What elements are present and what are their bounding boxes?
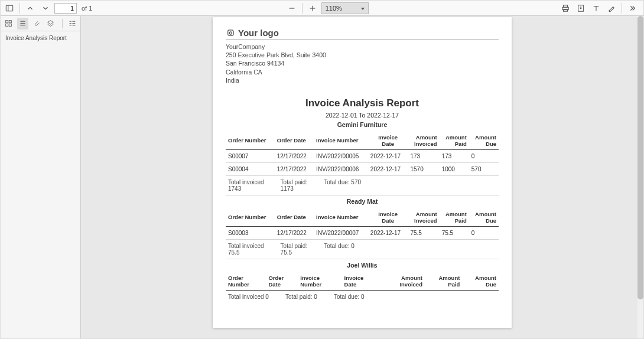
svg-rect-14: [9, 21, 12, 23]
attachments-view-button[interactable]: [31, 18, 43, 30]
col-invoice-number: Invoice Number: [298, 272, 341, 291]
page-down-button[interactable]: [39, 2, 52, 14]
col-order-number: Order Number: [226, 132, 275, 150]
cell-amount-due: 0: [469, 226, 499, 239]
totals-row: Total invoiced1743 Total paid:1173 Total…: [226, 176, 499, 195]
cell-invoice-number: INV/2022/00005: [314, 149, 368, 162]
scrollbar-track[interactable]: [638, 16, 643, 339]
col-order-number: Order Number: [226, 208, 275, 227]
invoice-table: Order Number Order Date Invoice Number I…: [226, 132, 499, 176]
company-country: India: [226, 76, 499, 84]
tools-menu-button[interactable]: [626, 2, 639, 14]
svg-line-12: [609, 11, 610, 12]
col-invoice-number: Invoice Number: [314, 132, 368, 150]
cell-invoice-date: 2022-12-17: [368, 226, 408, 239]
zoom-out-button[interactable]: [285, 2, 298, 14]
company-info: YourCompany 250 Executive Park Blvd, Sui…: [226, 43, 499, 84]
col-invoice-date: Invoice Date: [342, 272, 378, 291]
invoice-table: Order Number Order Date Invoice Number I…: [226, 208, 499, 240]
cell-amount-due: 0: [469, 149, 499, 162]
zoom-select[interactable]: 110%: [321, 2, 369, 14]
sidebar-toolbar: [1, 16, 80, 31]
totals-row: Total invoiced 0 Total paid: 0 Total due…: [226, 291, 499, 303]
col-amount-due: Amount Due: [462, 272, 499, 291]
partner-name: Gemini Furniture: [226, 121, 499, 128]
svg-point-27: [229, 32, 232, 34]
pdf-sidebar: Invoice Analysis Report: [1, 16, 81, 339]
col-amount-paid: AmountPaid: [440, 208, 469, 227]
outline-view-button[interactable]: [17, 18, 29, 30]
report-title: Invoice Analysis Report: [226, 97, 499, 109]
col-amount-paid: Amount Paid: [425, 272, 462, 291]
outline-item[interactable]: Invoice Analysis Report: [1, 31, 80, 45]
table-row: S00007 12/17/2022 INV/2022/00005 2022-12…: [226, 149, 499, 162]
cell-amount-due: 570: [469, 162, 499, 175]
sidebar-toggle-button[interactable]: [3, 2, 16, 14]
cell-invoice-number: INV/2022/00006: [314, 162, 368, 175]
cell-invoice-date: 2022-12-17: [368, 162, 408, 175]
draw-button[interactable]: [605, 2, 618, 14]
separator: [19, 3, 20, 14]
pdf-toolbar: of 1 110%: [1, 1, 643, 16]
separator: [62, 19, 63, 28]
col-amount-paid: AmountPaid: [440, 132, 469, 150]
partner-section: Gemini Furniture Order Number Order Date…: [226, 121, 499, 195]
cell-amount-paid: 173: [440, 149, 469, 162]
separator: [302, 3, 303, 14]
svg-rect-15: [6, 24, 8, 26]
company-state: California CA: [226, 68, 499, 76]
separator: [622, 3, 622, 14]
col-amount-invoiced: AmountInvoiced: [408, 208, 439, 227]
partner-section: Joel Willis Order Number Order Date Invo…: [226, 262, 499, 303]
date-range: 2022-12-01 To 2022-12-17: [226, 112, 499, 119]
col-order-date: Order Date: [275, 132, 314, 150]
download-button[interactable]: [574, 2, 587, 14]
col-amount-invoiced: Amount Invoiced: [378, 272, 425, 291]
thumbnails-view-button[interactable]: [3, 18, 15, 30]
cell-amount-paid: 75.5: [440, 226, 469, 239]
col-order-number: Order Number: [226, 272, 266, 291]
page-number-input[interactable]: [54, 3, 77, 14]
partner-section: Ready Mat Order Number Order Date Invoic…: [226, 198, 499, 259]
partner-name: Ready Mat: [226, 198, 499, 205]
col-order-date: Order Date: [275, 208, 314, 227]
zoom-in-button[interactable]: [306, 2, 319, 14]
svg-rect-16: [9, 24, 12, 26]
col-amount-invoiced: AmountInvoiced: [408, 132, 439, 150]
invoice-table: Order Number Order Date Invoice Number I…: [226, 272, 499, 291]
pdf-viewer[interactable]: Your logo YourCompany 250 Executive Park…: [81, 16, 643, 339]
col-order-date: Order Date: [266, 272, 298, 291]
cell-amount-invoiced: 75.5: [408, 226, 439, 239]
cell-order-date: 12/17/2022: [275, 149, 314, 162]
company-city: San Francisco 94134: [226, 59, 499, 67]
logo-area: Your logo: [226, 28, 499, 40]
print-button[interactable]: [559, 2, 572, 14]
layers-view-button[interactable]: [45, 18, 57, 30]
svg-rect-13: [6, 21, 8, 23]
company-street: 250 Executive Park Blvd, Suite 3400: [226, 51, 499, 59]
cell-amount-invoiced: 1570: [408, 162, 439, 175]
svg-marker-20: [48, 21, 54, 25]
cell-order-number: S00003: [226, 226, 275, 239]
page-total-label: of 1: [79, 5, 95, 12]
col-invoice-date: InvoiceDate: [368, 132, 408, 150]
partner-name: Joel Willis: [226, 262, 499, 269]
cell-order-date: 12/17/2022: [275, 226, 314, 239]
cell-amount-paid: 1000: [440, 162, 469, 175]
col-invoice-date: InvoiceDate: [368, 208, 408, 227]
cell-order-number: S00007: [226, 149, 275, 162]
page-up-button[interactable]: [24, 2, 37, 14]
cell-order-number: S00004: [226, 162, 275, 175]
text-select-button[interactable]: [590, 2, 603, 14]
zoom-value: 110%: [326, 5, 342, 12]
col-amount-due: AmountDue: [469, 208, 499, 227]
cell-amount-invoiced: 173: [408, 149, 439, 162]
svg-rect-7: [564, 9, 568, 11]
scrollbar-thumb[interactable]: [638, 16, 643, 299]
outline-toggle-button[interactable]: [66, 18, 78, 30]
logo-text: Your logo: [238, 28, 279, 38]
col-invoice-number: Invoice Number: [314, 208, 368, 227]
totals-row: Total invoiced75.5 Total paid:75.5 Total…: [226, 240, 499, 259]
col-amount-due: AmountDue: [469, 132, 499, 150]
pdf-page: Your logo YourCompany 250 Executive Park…: [213, 17, 512, 328]
